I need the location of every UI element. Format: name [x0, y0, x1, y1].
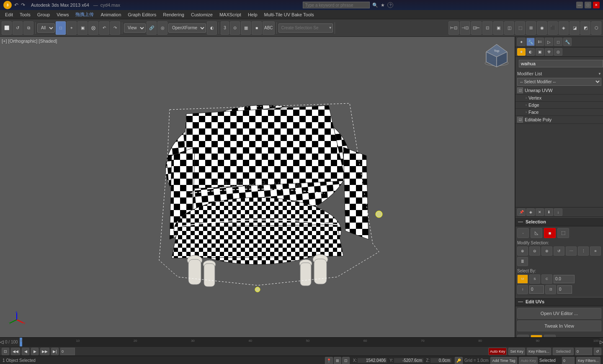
- text-display-btn[interactable]: ABC: [263, 21, 275, 35]
- collapse-all-btn[interactable]: ⬇: [545, 208, 553, 216]
- dotdot3-btn[interactable]: ≡: [590, 246, 601, 256]
- play-backwards-btn[interactable]: ◀◀: [11, 348, 20, 355]
- tb-r-14[interactable]: ⬡: [591, 21, 601, 35]
- create-selection-input[interactable]: [278, 23, 333, 33]
- face-sel-btn[interactable]: ■: [544, 228, 556, 238]
- modifier-dropdown[interactable]: -- Select Modifier -- Unwrap UVW: [517, 78, 601, 86]
- modify-icon[interactable]: ★: [517, 48, 526, 56]
- select-btn[interactable]: □: [56, 21, 66, 35]
- openxformer-dropdown[interactable]: OpenXFormer: [168, 23, 206, 33]
- frame-status-input[interactable]: [562, 357, 575, 364]
- menu-upload[interactable]: 拖拽上传: [72, 10, 97, 18]
- sel-by-color-btn[interactable]: C: [541, 274, 552, 284]
- mod-editable-poly[interactable]: ☑ Editable Poly: [515, 116, 603, 124]
- menu-tools[interactable]: Tools: [16, 11, 34, 18]
- select-region-btn[interactable]: ▣: [77, 21, 88, 35]
- relax-icon[interactable]: ✦: [531, 335, 542, 338]
- dotdot4-btn[interactable]: ≣: [517, 257, 528, 266]
- mirror-btn[interactable]: ◐: [207, 21, 217, 35]
- 3d-snap-btn[interactable]: ◎: [157, 21, 168, 35]
- dotdot1-btn[interactable]: ⋯: [566, 246, 577, 256]
- sel-by-material-btn[interactable]: M: [517, 274, 528, 284]
- tb-r-1[interactable]: ⊢⊡: [448, 21, 459, 35]
- create-tab[interactable]: ✦: [517, 38, 526, 46]
- view-dropdown[interactable]: View: [124, 23, 146, 33]
- help-icon[interactable]: ?: [387, 2, 393, 8]
- select-move-btn[interactable]: ⌖: [67, 21, 77, 35]
- remove-mod-btn[interactable]: ✕: [536, 208, 544, 216]
- redo-scene-btn[interactable]: ↷: [110, 21, 120, 35]
- selection-panel-header[interactable]: — Selection: [515, 218, 603, 226]
- prev-frame-btn[interactable]: ◀: [22, 348, 29, 355]
- peel-icon[interactable]: ⟳: [517, 335, 529, 338]
- status-icon-2[interactable]: ⊞: [334, 357, 341, 364]
- menu-animation[interactable]: Animation: [97, 11, 124, 18]
- set-key-btn[interactable]: Set Key: [508, 348, 525, 355]
- frame-number-input[interactable]: [60, 348, 75, 355]
- hierarchy-tab[interactable]: ⮄: [536, 38, 544, 46]
- modify-tab[interactable]: 🔧: [526, 38, 535, 46]
- camera-icon[interactable]: ▣: [536, 48, 544, 56]
- mod-face[interactable]: › Face: [515, 109, 603, 116]
- vertex-sel-btn[interactable]: ·: [517, 228, 529, 238]
- timeline-prev-btn[interactable]: ◁: [0, 338, 3, 346]
- mod-check-unwrap[interactable]: ☑: [517, 87, 523, 93]
- tweak-in-view-btn[interactable]: Tweak In View: [517, 320, 601, 331]
- undo-scene-btn[interactable]: ↶: [99, 21, 109, 35]
- tb-r-11[interactable]: ◈: [559, 21, 569, 35]
- snap-pct-btn[interactable]: ▦: [241, 21, 251, 35]
- status-icon-1[interactable]: 📍: [325, 357, 333, 364]
- maximize-button[interactable]: □: [585, 2, 591, 8]
- add-time-tag-btn[interactable]: Add Time Tag: [490, 357, 518, 364]
- status-icon-3[interactable]: ⊡: [342, 357, 350, 364]
- grow-btn[interactable]: ⊕: [517, 246, 528, 256]
- close-button[interactable]: ✕: [593, 2, 600, 8]
- mod-vertex[interactable]: › Vertex: [515, 95, 603, 102]
- sel-by-smoothing-btn[interactable]: S: [529, 274, 540, 284]
- search-icon[interactable]: 🔍: [372, 3, 378, 8]
- open-uv-editor-btn[interactable]: Open UV Editor ...: [517, 308, 601, 319]
- timeline-next-btn[interactable]: ▷: [600, 338, 603, 346]
- tb-r-5[interactable]: ▣: [493, 21, 503, 35]
- loop-btn[interactable]: ↺: [554, 246, 564, 256]
- ring-btn[interactable]: ⊗: [541, 246, 552, 256]
- display-tab[interactable]: □: [554, 38, 562, 46]
- tb-r-2[interactable]: ⊣⊡: [460, 21, 470, 35]
- menu-graph-editors[interactable]: Graph Editors: [124, 11, 160, 18]
- sel-by-value1[interactable]: [554, 275, 575, 283]
- pin-stack-btn[interactable]: 📌: [517, 208, 526, 216]
- viewport[interactable]: [+] [Orthographic] [Shaded] 关注微信公众号：V2_z…: [0, 37, 515, 337]
- object-name-input[interactable]: [519, 60, 603, 67]
- utility-icon[interactable]: ◎: [554, 48, 562, 56]
- select-filter-dropdown[interactable]: All: [37, 23, 55, 33]
- mod-edge[interactable]: › Edge: [515, 102, 603, 109]
- window-cross-btn[interactable]: ⧉: [23, 21, 34, 35]
- menu-customize[interactable]: Customize: [188, 11, 216, 18]
- menu-group[interactable]: Group: [34, 11, 54, 18]
- mod-unwrap-uvw[interactable]: ☑ Unwrap UVW: [515, 87, 603, 95]
- tb-r-12[interactable]: ◪: [570, 21, 580, 35]
- tb-r-3[interactable]: ⊡⊢: [471, 21, 482, 35]
- sel-by-4[interactable]: ↕: [517, 285, 528, 294]
- lock-sel-btn[interactable]: 🔑: [455, 357, 463, 364]
- tb-r-13[interactable]: ◩: [580, 21, 590, 35]
- go-end-btn[interactable]: ▶|: [51, 348, 59, 355]
- tb-r-7[interactable]: ⬚: [515, 21, 525, 35]
- menu-multitile[interactable]: Multi-Tile UV Bake Tools: [261, 11, 317, 18]
- sel-by-value2[interactable]: [529, 285, 544, 294]
- select-tool-btn[interactable]: ⬜: [2, 21, 12, 35]
- auto-key-status[interactable]: Auto Key: [519, 357, 538, 364]
- frame-out-input[interactable]: [575, 348, 592, 355]
- lasso-tool-btn[interactable]: ↺: [13, 21, 23, 35]
- tb-r-9[interactable]: ◉: [537, 21, 547, 35]
- menu-rendering[interactable]: Rendering: [160, 11, 188, 18]
- minimize-button[interactable]: —: [576, 2, 583, 8]
- tb-r-10[interactable]: ⬛: [548, 21, 558, 35]
- tb-r-4[interactable]: ⊡: [482, 21, 492, 35]
- create-sel-dropdown-arrow[interactable]: ▼: [329, 26, 332, 30]
- menu-edit[interactable]: Edit: [2, 11, 16, 18]
- light-icon[interactable]: ◐: [526, 48, 535, 56]
- key-mode-btn[interactable]: ⊡: [2, 348, 9, 355]
- element-sel-btn[interactable]: ⬚: [557, 228, 569, 238]
- select-lasso-btn[interactable]: ⨂: [88, 21, 98, 35]
